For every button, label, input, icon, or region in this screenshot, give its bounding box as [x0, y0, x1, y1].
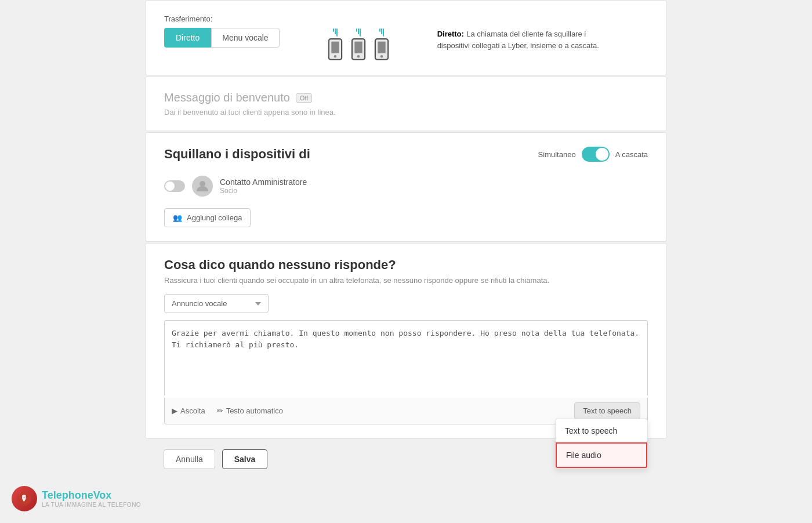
contact-toggle[interactable]: [164, 180, 185, 192]
transfer-card: Trasferimento: Diretto Menu vocale: [145, 0, 667, 75]
svg-point-5: [357, 55, 359, 57]
welcome-header: Messaggio di benvenuto Off: [164, 91, 648, 104]
toggle-switch[interactable]: [582, 147, 610, 162]
signal-line: [356, 28, 357, 32]
add-colleague-button[interactable]: 👥 Aggiungi collega: [164, 208, 251, 227]
contact-row: Contatto Amministratore Socio: [164, 176, 648, 197]
page-wrapper: Trasferimento: Diretto Menu vocale: [0, 0, 812, 523]
squillano-title: Squillano i dispositivi di: [164, 147, 310, 162]
phone-icon-2: [349, 28, 368, 61]
transfer-left: Trasferimento: Diretto Menu vocale: [164, 14, 280, 48]
toggle-simultaneo-label: Simultaneo: [538, 150, 576, 159]
phone-icon-1: [326, 28, 345, 61]
cosa-dico-subtitle: Rassicura i tuoi clienti quando sei occu…: [164, 276, 648, 285]
contact-avatar: [192, 176, 213, 197]
signal-lines-3: [379, 28, 384, 37]
logo-name-part2: Vox: [93, 489, 112, 501]
welcome-subtitle: Dai il benvenuto ai tuoi clienti appena …: [164, 108, 648, 117]
svg-text:🎙: 🎙: [20, 494, 28, 503]
add-colleague-label: Aggiungi collega: [187, 213, 242, 222]
pencil-icon: ✏: [217, 406, 223, 415]
signal-line: [379, 28, 380, 32]
dropdown-item-file-audio[interactable]: File audio: [556, 442, 647, 468]
textarea-left-actions: ▶ Ascolta ✏ Testo automatico: [172, 406, 283, 415]
main-content: Trasferimento: Diretto Menu vocale: [133, 0, 679, 478]
signal-line: [360, 28, 361, 37]
logo-name-part1: Telephone: [42, 489, 93, 501]
ascolta-label: Ascolta: [180, 406, 205, 415]
welcome-title: Messaggio di benvenuto: [164, 91, 290, 104]
textarea-wrapper: ▶ Ascolta ✏ Testo automatico Text to spe…: [164, 320, 648, 424]
signal-line: [381, 28, 382, 34]
logo-icon: 🎙: [12, 486, 37, 511]
signal-line: [358, 28, 359, 34]
cosa-dico-title: Cosa dico quando nessuno risponde?: [164, 257, 648, 273]
dropdown-item-text-to-speech[interactable]: Text to speech: [556, 419, 647, 442]
contact-info: Contatto Amministratore Socio: [220, 177, 307, 195]
annuncio-select[interactable]: Annuncio vocale: [164, 294, 269, 313]
cosa-dico-section: Cosa dico quando nessuno risponde? Rassi…: [145, 243, 667, 439]
signal-lines-1: [333, 28, 338, 37]
add-colleague-icon: 👥: [173, 213, 182, 222]
svg-rect-1: [331, 42, 339, 53]
text-to-speech-label: Text to speech: [583, 406, 632, 415]
diretto-description: Diretto: La chiamata del cliente fa squi…: [437, 14, 600, 51]
text-to-speech-button[interactable]: Text to speech: [574, 402, 640, 419]
diretto-bold: Diretto:: [437, 30, 464, 38]
transfer-section: Trasferimento: Diretto Menu vocale: [146, 1, 666, 75]
signal-line: [383, 28, 384, 37]
play-icon: ▶: [172, 406, 177, 415]
contact-name: Contatto Amministratore: [220, 177, 307, 187]
logo-area: 🎙 TelephoneVox La tua immagine al telefo…: [12, 486, 141, 511]
testo-automatico-label: Testo automatico: [226, 406, 283, 415]
signal-lines-2: [356, 28, 361, 37]
phone-icon-3: [372, 28, 391, 61]
contact-role: Socio: [220, 187, 307, 195]
welcome-section: Messaggio di benvenuto Off Dai il benven…: [145, 77, 667, 131]
signal-line: [335, 28, 336, 34]
message-textarea[interactable]: [164, 320, 648, 395]
phone-icons-area: [326, 14, 391, 61]
svg-point-9: [200, 181, 205, 187]
welcome-badge: Off: [296, 93, 312, 103]
signal-line: [333, 28, 334, 32]
svg-rect-4: [354, 42, 362, 53]
svg-rect-7: [378, 42, 385, 53]
squillano-header: Squillano i dispositivi di Simultaneo A …: [164, 147, 648, 162]
svg-point-2: [334, 55, 336, 57]
salva-button[interactable]: Salva: [222, 449, 268, 469]
logo-name: TelephoneVox: [42, 489, 141, 502]
toggle-cascata-label: A cascata: [615, 150, 648, 159]
logo-text: TelephoneVox La tua immagine al telefono: [42, 489, 141, 508]
menu-vocale-button[interactable]: Menu vocale: [211, 28, 279, 48]
toggle-area: Simultaneo A cascata: [538, 147, 648, 162]
logo-tagline: La tua immagine al telefono: [42, 502, 141, 508]
annulla-button[interactable]: Annulla: [164, 449, 215, 469]
squillano-section: Squillano i dispositivi di Simultaneo A …: [145, 132, 667, 242]
testo-automatico-button[interactable]: ✏ Testo automatico: [217, 406, 283, 415]
ascolta-button[interactable]: ▶ Ascolta: [172, 406, 205, 415]
signal-line: [336, 28, 338, 37]
transfer-label: Trasferimento:: [164, 14, 280, 23]
transfer-buttons: Diretto Menu vocale: [164, 28, 280, 48]
dropdown-menu: Text to speech File audio: [555, 419, 648, 468]
diretto-button[interactable]: Diretto: [164, 28, 211, 48]
svg-point-8: [380, 55, 382, 57]
